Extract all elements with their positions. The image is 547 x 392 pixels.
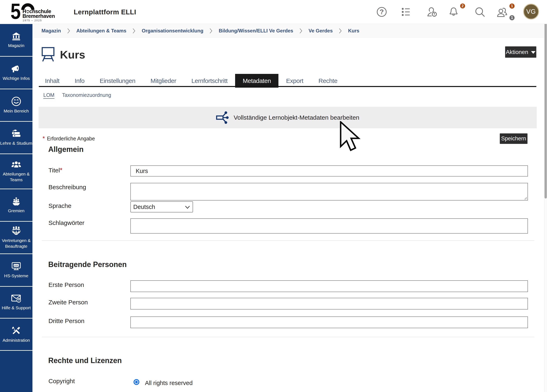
svg-text:5: 5 <box>10 1 21 24</box>
svg-text:?: ? <box>380 8 384 16</box>
svg-text:Bremerhaven: Bremerhaven <box>23 13 55 19</box>
svg-text:?: ? <box>18 299 20 302</box>
svg-text:1975 – 2025: 1975 – 2025 <box>23 19 42 22</box>
